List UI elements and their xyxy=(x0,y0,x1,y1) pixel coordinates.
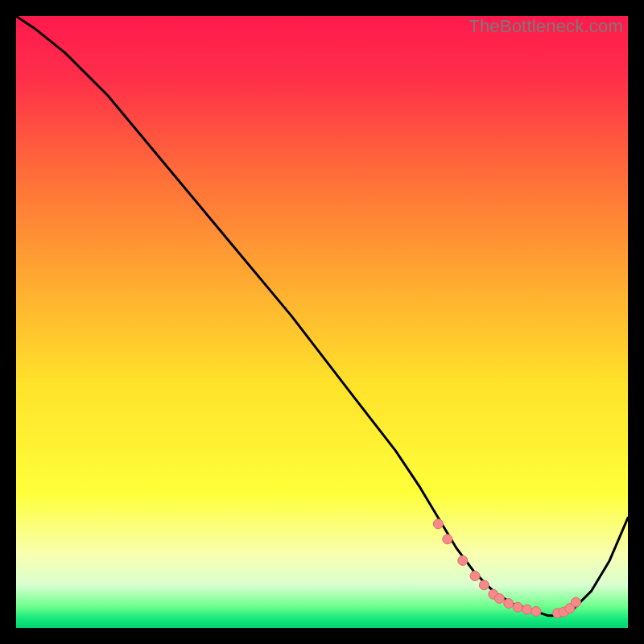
data-marker xyxy=(504,599,514,609)
watermark-label: TheBottleneck.com xyxy=(469,16,623,37)
data-marker xyxy=(458,555,468,565)
data-marker xyxy=(494,594,504,604)
data-marker xyxy=(531,607,541,617)
data-marker xyxy=(470,571,480,580)
data-marker xyxy=(571,597,580,607)
chart-frame: TheBottleneck.com xyxy=(16,16,628,628)
data-marker xyxy=(443,535,452,544)
gradient-background xyxy=(16,16,628,628)
data-marker xyxy=(522,605,532,614)
bottleneck-chart xyxy=(16,16,628,628)
data-marker xyxy=(433,519,443,529)
data-marker xyxy=(513,602,522,612)
data-marker xyxy=(479,580,489,590)
